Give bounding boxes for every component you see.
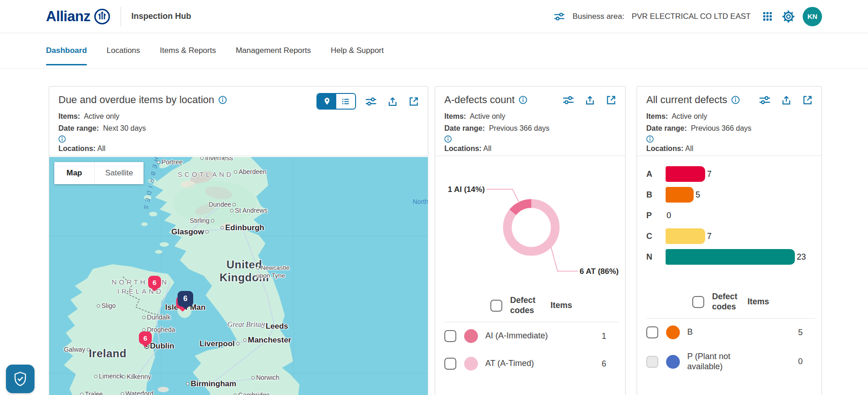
tab-dashboard[interactable]: Dashboard xyxy=(46,33,87,68)
tab-management-reports[interactable]: Management Reports xyxy=(236,33,310,68)
business-area-label: Business area: xyxy=(573,12,624,21)
list-view-button[interactable] xyxy=(336,94,355,109)
defect-code-checkbox[interactable] xyxy=(444,330,456,342)
meta-items: Items: Active only xyxy=(444,110,616,122)
map-cluster-marker[interactable]: 6 xyxy=(178,291,193,307)
info-icon[interactable] xyxy=(646,135,812,143)
map-label-birmingham: Birmingham xyxy=(186,379,236,389)
info-icon[interactable] xyxy=(519,96,527,104)
meta-locations: Locations: All xyxy=(444,143,616,155)
map-label-cambridge: Cambridge xyxy=(234,391,270,395)
filter-sliders-icon[interactable] xyxy=(758,93,772,107)
city-dot xyxy=(234,170,237,174)
bar-fill-c[interactable] xyxy=(666,228,705,244)
open-in-new-icon[interactable] xyxy=(801,93,814,107)
bar-row-a: A7 xyxy=(646,166,815,182)
map-label-northern-ireland: NORTHERN IRELAND xyxy=(108,278,172,296)
user-avatar[interactable]: KN xyxy=(803,7,822,26)
bar-row-b: B5 xyxy=(646,186,815,203)
defect-code-checkbox[interactable] xyxy=(444,358,456,370)
city-dot xyxy=(256,266,259,269)
defect-code-checkbox[interactable] xyxy=(646,326,658,338)
legend-row: AT (A-Timed)6 xyxy=(444,355,619,372)
defect-code-label: AI (A-Immediate) xyxy=(485,331,548,341)
allianz-logo[interactable]: Allianz xyxy=(46,8,110,25)
bar-fill-b[interactable] xyxy=(666,187,694,203)
map-label-inverness: Inverness xyxy=(201,157,233,162)
bar-track: 7 xyxy=(666,166,815,182)
bar-fill-n[interactable] xyxy=(666,249,795,265)
business-area-value[interactable]: PVR ELECTRICAL CO LTD EAST xyxy=(632,12,751,21)
map-label-north-sea: North Sea xyxy=(413,198,428,205)
bar-track: 23 xyxy=(666,249,815,265)
info-icon[interactable] xyxy=(731,96,740,104)
meta-items: Items: Active only xyxy=(58,110,419,122)
header-divider xyxy=(121,7,121,26)
map-cluster-marker[interactable]: 6 xyxy=(148,276,161,289)
tab-help-support[interactable]: Help & Support xyxy=(331,33,384,68)
filter-sliders-icon[interactable] xyxy=(364,94,378,109)
bar-value-label: 7 xyxy=(707,232,712,241)
items-header: Items xyxy=(747,297,769,307)
export-icon[interactable] xyxy=(780,93,793,107)
defect-items-count: 1 xyxy=(589,331,619,341)
bar-track: 5 xyxy=(666,187,815,203)
map-label-stirling: Stirling xyxy=(190,217,214,224)
city-dot xyxy=(221,226,224,229)
defect-codes-legend: Defect codesItemsAll A Defects7B5P (Plan… xyxy=(646,285,815,372)
map-label-edinburgh: Edinburgh xyxy=(221,223,264,232)
filter-sliders-icon[interactable] xyxy=(561,93,575,107)
city-dot xyxy=(252,376,255,379)
info-icon[interactable] xyxy=(218,96,227,104)
map-label-leeds: Leeds xyxy=(261,322,288,331)
map-label-dundalk: Dundalk xyxy=(142,314,170,321)
bar-fill-a[interactable] xyxy=(666,166,705,182)
city-dot xyxy=(121,392,124,395)
legend-row: AI (A-Immediate)1 xyxy=(444,328,619,344)
open-in-new-icon[interactable] xyxy=(604,93,618,107)
tab-locations[interactable]: Locations xyxy=(107,33,140,68)
defect-color-dot xyxy=(666,355,680,369)
card-all-current-defects: All current defects Items: Active only D… xyxy=(637,86,822,395)
bar-category-label: B xyxy=(646,190,666,200)
city-dot xyxy=(80,393,83,395)
privacy-shield-button[interactable] xyxy=(6,365,34,393)
card-a-defects-count: A-defects count Items: Active only Date … xyxy=(435,86,626,395)
open-in-new-icon[interactable] xyxy=(407,95,420,108)
a-defects-donut-chart: 1 AI (14%) 6 AT (86%) xyxy=(435,157,625,295)
card-title: A-defects count xyxy=(444,94,515,106)
bar-row-n: N23 xyxy=(646,249,815,265)
export-icon[interactable] xyxy=(386,95,399,108)
export-icon[interactable] xyxy=(583,93,597,107)
map-label-norwich: Norwich xyxy=(252,374,280,381)
donut-callout-at: 6 AT (86%) xyxy=(580,267,619,276)
map-label-kilkenny: Kilkenny xyxy=(122,373,151,380)
allianz-logo-mark xyxy=(94,8,110,25)
map-type-map-button[interactable]: Map xyxy=(54,162,95,184)
bar-value-label: 23 xyxy=(797,252,806,262)
legend-header-row: Defect codesItems xyxy=(444,289,619,322)
donut-callout-ai: 1 AI (14%) xyxy=(448,185,485,194)
legend-header-row: Defect codesItems xyxy=(646,285,815,319)
page: Allianz Inspection Hub Business area: PV… xyxy=(0,0,868,395)
defect-color-dot xyxy=(666,325,680,339)
city-dot xyxy=(86,348,90,351)
meta-date-range: Date range: Next 30 days xyxy=(58,122,419,143)
tab-items-reports[interactable]: Items & Reports xyxy=(160,33,216,68)
city-dot xyxy=(97,304,100,308)
map-type-satellite-button[interactable]: Satellite xyxy=(95,162,144,184)
business-area-filter-icon[interactable] xyxy=(552,10,566,23)
settings-gear-icon[interactable] xyxy=(781,9,796,24)
select-all-checkbox[interactable] xyxy=(490,300,502,312)
map-label-scotland: SCOTLAND xyxy=(173,170,238,179)
map-cluster-marker[interactable]: 6 xyxy=(139,331,152,344)
select-all-checkbox[interactable] xyxy=(692,296,704,308)
info-icon[interactable] xyxy=(58,135,419,143)
app-title: Inspection Hub xyxy=(131,12,191,21)
city-dot xyxy=(142,316,145,319)
map-view-button[interactable] xyxy=(317,94,336,109)
apps-grid-icon[interactable] xyxy=(761,10,774,23)
info-icon[interactable] xyxy=(444,135,616,143)
view-toggle xyxy=(316,93,356,110)
uk-ireland-map[interactable]: InvernessPortreeSCOTLANDAberdeenNorth Se… xyxy=(49,157,428,395)
